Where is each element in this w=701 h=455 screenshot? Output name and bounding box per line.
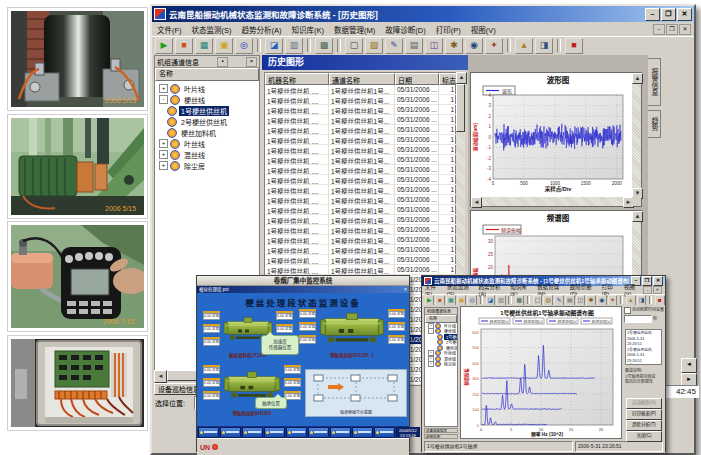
menu-4[interactable]: 数据管理(M) — [329, 24, 380, 35]
tree-item-7[interactable]: +除尘房 — [425, 362, 457, 368]
grid-view-button[interactable]: ▥ — [496, 295, 506, 306]
settings-button[interactable]: ✦ — [608, 295, 618, 306]
wave-monitor-button[interactable]: ▦ — [195, 38, 213, 54]
new-doc-button[interactable]: ▢ — [345, 38, 363, 54]
taskbar-button[interactable] — [308, 427, 329, 438]
tree-column-header[interactable]: 名称 — [155, 68, 259, 81]
table-row[interactable]: 1号梗丝供丝机 ....1号梗丝供丝机1号...05/31/2006 ...1 — [265, 215, 455, 225]
inspection-info-tab[interactable]: 设备巡检信息 — [424, 428, 458, 433]
tree-item-7[interactable]: +除尘房 — [155, 160, 259, 171]
taskbar-button[interactable] — [374, 427, 395, 438]
table-row[interactable]: 1号梗丝供丝机 ....1号梗丝供丝机1号...05/31/2006 ...1 — [265, 185, 455, 195]
machine-dryer-1[interactable]: 薄板烘丝机SH1355_1 0.00 正常0.00 正常0.00 正常0.00 … — [299, 307, 405, 357]
search-button[interactable]: ◉ — [597, 295, 607, 306]
table-row[interactable]: 1号梗丝供丝机 ....1号梗丝供丝机1号...05/31/2006 ...1 — [265, 255, 455, 265]
table-row[interactable]: 1号梗丝供丝机 ....1号梗丝供丝机1号...05/31/2006 ...1 — [265, 225, 455, 235]
table-row[interactable]: 1号梗丝供丝机 ....1号梗丝供丝机1号...05/31/2006 ...1 — [265, 195, 455, 205]
tree-item-1[interactable]: -梗丝线 — [155, 94, 259, 105]
table-row[interactable]: 1号梗丝供丝机 ....1号梗丝供丝机1号...05/31/2006 ...1 — [265, 235, 455, 245]
table-row[interactable]: 1号梗丝供丝机 ....1号梗丝供丝机1号...05/31/2006 ...1 — [265, 205, 455, 215]
select-location-tab[interactable]: 选择位置: — [424, 434, 458, 439]
close-button[interactable]: ✕ — [677, 8, 692, 21]
trend-chart-button[interactable]: ◪ — [486, 295, 496, 306]
exit-button[interactable]: ■ — [655, 295, 665, 306]
menu-2[interactable]: 趋势分析(A) — [237, 24, 287, 35]
maximize-button[interactable]: ❐ — [642, 276, 652, 286]
tree-expander-icon[interactable]: + — [159, 139, 168, 148]
report-doc-button[interactable]: ◫ — [576, 295, 586, 306]
column-header-0[interactable]: 机器名称 — [265, 73, 329, 85]
auto-refresh-checkbox[interactable] — [624, 307, 631, 314]
table-row[interactable]: 1号梗丝供丝机 ....1号梗丝供丝机1号...05/31/2006 ...1 — [265, 145, 455, 155]
mdi-minimize-button[interactable]: – — [653, 24, 665, 35]
taskbar-button[interactable] — [352, 427, 373, 438]
bluetooth-button[interactable]: ◎ — [235, 38, 253, 54]
table-row[interactable]: 1号梗丝供丝机 ....1号梗丝供丝机1号...05/31/2006 ...1 — [265, 115, 455, 125]
stop-button[interactable]: ■ — [435, 295, 445, 306]
wave-monitor-button[interactable]: ▦ — [446, 295, 456, 306]
tree-expander-icon[interactable]: + — [428, 361, 434, 367]
column-header-2[interactable]: 日期 — [395, 73, 439, 85]
taskbar-button[interactable] — [242, 427, 263, 438]
taskbar-button[interactable] — [264, 427, 285, 438]
nav-left-button[interactable]: ◄ — [681, 358, 697, 373]
image-view-button[interactable]: ▩ — [315, 38, 333, 54]
menu-1[interactable]: 状态监测(S) — [187, 24, 237, 35]
mdi-minimize-button[interactable]: – — [643, 286, 652, 294]
table-row[interactable]: 1号梗丝供丝机 ....1号梗丝供丝机1号...05/31/2006 ...1 — [265, 85, 455, 95]
taskbar-button[interactable] — [220, 427, 241, 438]
exit-button[interactable]: ■ — [565, 38, 583, 54]
new-doc-button[interactable]: ▢ — [533, 295, 543, 306]
refresh-interval-input[interactable] — [624, 315, 652, 323]
upload-button[interactable]: ▲ — [626, 295, 636, 306]
table-row[interactable]: 1号梗丝供丝机 ....1号梗丝供丝机1号...05/31/2006 ...1 — [265, 175, 455, 185]
table-row[interactable]: 1号梗丝供丝机 ....1号梗丝供丝机1号...05/31/2006 ...1 — [265, 245, 455, 255]
side-tab-trend[interactable]: 趋势 — [648, 110, 661, 138]
tree-item-2[interactable]: 1号梗丝供丝机 — [155, 105, 259, 116]
gear-button[interactable]: ✱ — [445, 38, 463, 54]
edit-doc-button[interactable]: ✎ — [554, 295, 564, 306]
taskbar-button[interactable] — [330, 427, 351, 438]
mdi-restore-button[interactable]: ❐ — [666, 24, 678, 35]
bluetooth-button[interactable]: ◎ — [467, 295, 477, 306]
side-tab-alarms[interactable]: 报警信息 — [648, 58, 661, 106]
waveform-vscrollbar[interactable]: ▲▼ — [632, 73, 641, 199]
tree-item-6[interactable]: +混丝线 — [155, 149, 259, 160]
tree-item-4[interactable]: 梗丝加料机 — [155, 127, 259, 138]
trend-chart-button[interactable]: ◪ — [265, 38, 283, 54]
upload-button[interactable]: ▲ — [515, 38, 533, 54]
tree-expander-icon[interactable]: + — [159, 84, 168, 93]
monitor-doc-bar[interactable]: 梗丝处理段.pct × — [197, 286, 409, 293]
tree-expander-icon[interactable]: + — [159, 150, 168, 159]
screen-monitor-button[interactable]: ▣ — [457, 295, 467, 306]
tree-expander-icon[interactable]: + — [159, 161, 168, 170]
monitor-close-icon[interactable]: × — [404, 286, 407, 293]
open-doc-button[interactable]: ▧ — [543, 295, 553, 306]
record-list[interactable]: 1号梗丝供丝机2006-5-31 23:26:511号梗丝供丝机2006-5-3… — [625, 329, 662, 365]
panel-button-1[interactable]: 打印报表(P) — [626, 409, 662, 420]
close-button[interactable]: ✕ — [653, 276, 663, 286]
screen-monitor-button[interactable]: ▣ — [215, 38, 233, 54]
report-doc-button[interactable]: ◫ — [425, 38, 443, 54]
panel-button-3[interactable]: 关闭(C) — [626, 431, 662, 442]
panel-button-0[interactable]: 自动刷新(A) — [626, 398, 662, 409]
search-button[interactable]: ◉ — [465, 38, 483, 54]
settings-button[interactable]: ✦ — [485, 38, 503, 54]
waveform-hscrollbar[interactable]: ◄► — [471, 197, 634, 206]
taskbar-button[interactable] — [198, 427, 219, 438]
table-row[interactable]: 1号梗丝供丝机 ....1号梗丝供丝机1号...05/31/2006 ...1 — [265, 135, 455, 145]
table-row[interactable]: 1号梗丝供丝机 ....1号梗丝供丝机1号...05/31/2006 ...1 — [265, 165, 455, 175]
menu-6[interactable]: 打印(P) — [431, 24, 466, 35]
start-button[interactable]: ▶ — [425, 295, 435, 306]
print-button[interactable]: ◨ — [535, 38, 553, 54]
column-header-1[interactable]: 通道名称 — [329, 73, 395, 85]
gear-button[interactable]: ✱ — [586, 295, 596, 306]
menu-3[interactable]: 知识库(K) — [287, 24, 330, 35]
monitor-window-title[interactable]: 卷烟厂集中监控系统 — [197, 276, 409, 286]
title-bar[interactable]: 云南昆船振动机械状态监测和故障诊断系统 - [历史图形] – ❐ ✕ — [152, 6, 694, 22]
table-row[interactable]: 1号梗丝供丝机 ....1号梗丝供丝机1号...05/31/2006 ...1 — [265, 105, 455, 115]
tree-item-0[interactable]: +叶片线 — [155, 83, 259, 94]
open-doc-button[interactable]: ▧ — [365, 38, 383, 54]
tree-item-3[interactable]: 2号梗丝供丝机 — [155, 116, 259, 127]
menu-7[interactable]: 视图(V) — [466, 24, 501, 35]
